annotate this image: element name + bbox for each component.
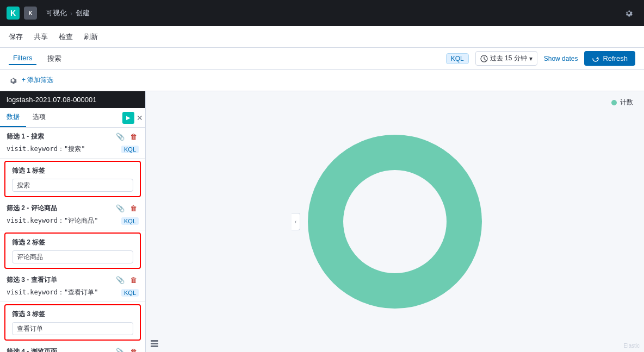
bottom-watermark: Elastic <box>620 339 644 352</box>
add-filter-button[interactable]: + 添加筛选 <box>22 76 53 85</box>
filter-4-edit-icon[interactable]: 📎 <box>114 347 126 352</box>
query-bar: + 添加筛选 <box>0 70 644 91</box>
logo-area: K K <box>7 7 37 20</box>
close-button[interactable]: ✕ <box>137 114 143 122</box>
filter-1-label-title: 筛选 1 标签 <box>12 166 133 175</box>
filter-2-header: 筛选 2 - 评论商品 📎 🗑 <box>7 204 139 213</box>
filter-3-edit-icon[interactable]: 📎 <box>114 275 126 285</box>
tab-search[interactable]: 搜索 <box>43 52 66 66</box>
inspect-nav-item[interactable]: 检查 <box>59 32 73 42</box>
filter-3-delete-icon[interactable]: 🗑 <box>128 275 139 285</box>
play-button[interactable]: ▶ <box>122 112 134 124</box>
filter-1-delete-icon[interactable]: 🗑 <box>128 132 139 141</box>
filter-2-label-input[interactable] <box>12 250 133 263</box>
breadcrumb-create: 创建 <box>76 8 90 18</box>
refresh-nav-item[interactable]: 刷新 <box>84 32 98 42</box>
filter-3-header: 筛选 3 - 查看订单 📎 🗑 <box>7 275 139 285</box>
settings-icon[interactable] <box>620 4 637 22</box>
tab-filters[interactable]: Filters <box>9 52 36 65</box>
second-nav: 保存 共享 检查 刷新 <box>0 26 644 48</box>
filter-1-value: visit.keyword："搜索" <box>7 144 85 154</box>
left-panel: logstash-2021.07.08-000001 数据 选项 ▶ ✕ 筛选 … <box>0 91 146 352</box>
filter-2-actions: 📎 🗑 <box>114 204 139 213</box>
filter-1-edit-icon[interactable]: 📎 <box>114 132 126 141</box>
filter-section-2: 筛选 2 - 评论商品 📎 🗑 visit.keyword："评论商品" KQL <box>0 199 145 230</box>
panel-tabs: 数据 选项 ▶ ✕ <box>0 108 145 128</box>
filter-1-actions: 📎 🗑 <box>114 132 139 141</box>
filter-3-value-row: visit.keyword："查看订单" KQL <box>7 288 139 297</box>
svg-rect-4 <box>151 343 158 344</box>
watermark-text: Elastic <box>624 343 640 349</box>
filter-section-3: 筛选 3 - 查看订单 📎 🗑 visit.keyword："查看订单" KQL <box>0 271 145 302</box>
filter-1-label-section: 筛选 1 标签 <box>4 161 141 197</box>
refresh-button[interactable]: Refresh <box>584 51 635 66</box>
kibana-logo[interactable]: K <box>7 7 20 20</box>
breadcrumb: 可视化 › 创建 <box>46 8 90 18</box>
time-picker[interactable]: 过去 15 分钟 ▾ <box>475 51 537 66</box>
filter-3-label-input[interactable] <box>12 322 133 335</box>
table-view-icon[interactable] <box>150 340 159 350</box>
filter-4-header: 筛选 4 - 浏览页面 📎 🗑 <box>7 347 139 352</box>
filter-2-label-title: 筛选 2 标签 <box>12 238 133 247</box>
time-chevron-icon: ▾ <box>529 55 532 62</box>
filter-2-edit-icon[interactable]: 📎 <box>114 204 126 213</box>
filter-4-title: 筛选 4 - 浏览页面 <box>7 347 57 352</box>
top-nav: K K 可视化 › 创建 <box>0 0 644 26</box>
filter-1-kql-tag: KQL <box>121 146 139 153</box>
chart-legend: 计数 <box>611 98 633 107</box>
filter-2-delete-icon[interactable]: 🗑 <box>128 204 139 213</box>
svg-rect-5 <box>151 345 158 347</box>
filter-2-title: 筛选 2 - 评论商品 <box>7 204 57 213</box>
filter-3-label-title: 筛选 3 标签 <box>12 310 133 319</box>
tab-options[interactable]: 选项 <box>26 108 52 127</box>
filter-bar: Filters 搜索 KQL 过去 15 分钟 ▾ Show dates Ref… <box>0 48 644 70</box>
legend-label: 计数 <box>620 98 633 107</box>
breadcrumb-visualize[interactable]: 可视化 <box>46 8 67 18</box>
breadcrumb-sep: › <box>70 9 72 17</box>
show-dates-button[interactable]: Show dates <box>544 55 578 62</box>
filter-3-label-section: 筛选 3 标签 <box>4 304 141 341</box>
filter-3-actions: 📎 🗑 <box>114 275 139 285</box>
filter-2-kql-tag: KQL <box>121 217 139 225</box>
share-nav-item[interactable]: 共享 <box>34 32 48 42</box>
filter-3-kql-tag: KQL <box>121 289 139 297</box>
panel-header: logstash-2021.07.08-000001 <box>0 91 145 108</box>
filter-1-header: 筛选 1 - 搜索 📎 🗑 <box>7 132 139 141</box>
donut-chart <box>281 108 509 336</box>
tabs-spacer <box>52 108 120 127</box>
panel-title: logstash-2021.07.08-000001 <box>7 96 97 104</box>
app-icon[interactable]: K <box>24 7 37 20</box>
filter-2-value-row: visit.keyword："评论商品" KQL <box>7 216 139 225</box>
panel-tab-actions: ▶ ✕ <box>120 108 145 127</box>
tab-data[interactable]: 数据 <box>0 108 26 127</box>
refresh-label: Refresh <box>603 54 628 62</box>
filter-section-4: 筛选 4 - 浏览页面 📎 🗑 visit.keyword："浏览页面" KQL <box>0 343 145 352</box>
filter-2-label-section: 筛选 2 标签 <box>4 232 141 269</box>
query-settings-icon[interactable] <box>9 76 17 85</box>
right-panel: 计数 ‹ Elastic ⋮ <box>146 91 644 352</box>
filter-3-value: visit.keyword："查看订单" <box>7 288 98 297</box>
filter-1-value-row: visit.keyword："搜索" KQL <box>7 144 139 154</box>
time-label: 过去 15 分钟 <box>490 54 527 63</box>
svg-point-2 <box>343 170 447 273</box>
filter-2-value: visit.keyword："评论商品" <box>7 216 98 225</box>
save-nav-item[interactable]: 保存 <box>9 32 23 42</box>
main-layout: logstash-2021.07.08-000001 数据 选项 ▶ ✕ 筛选 … <box>0 91 644 352</box>
filter-3-title: 筛选 3 - 查看订单 <box>7 275 57 285</box>
filter-4-delete-icon[interactable]: 🗑 <box>128 347 139 352</box>
filter-1-title: 筛选 1 - 搜索 <box>7 132 44 141</box>
filter-1-label-input[interactable] <box>12 179 133 192</box>
collapse-panel-button[interactable]: ‹ <box>292 213 300 230</box>
filter-4-actions: 📎 🗑 <box>114 347 139 352</box>
legend-dot-count <box>611 100 617 105</box>
kql-badge[interactable]: KQL <box>446 53 469 64</box>
filter-section-1: 筛选 1 - 搜索 📎 🗑 visit.keyword："搜索" KQL <box>0 128 145 159</box>
svg-rect-3 <box>151 340 158 342</box>
